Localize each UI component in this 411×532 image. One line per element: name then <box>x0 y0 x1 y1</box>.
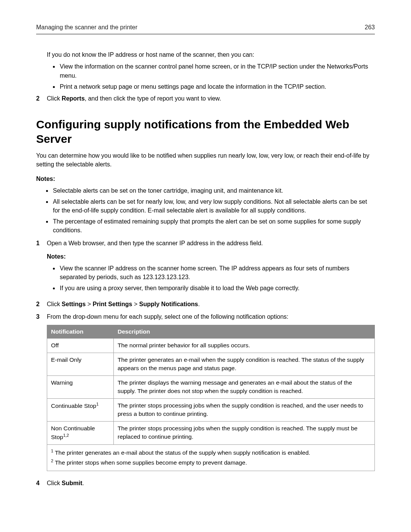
list-item: View the scanner IP address on the scann… <box>59 264 375 281</box>
page-header: Managing the scanner and the printer 263 <box>36 23 375 34</box>
top-intro: If you do not know the IP address or hos… <box>47 50 375 59</box>
step-text: Open a Web browser, and then type the sc… <box>47 240 263 246</box>
notification-table: Notification Description Off The normal … <box>47 325 375 471</box>
sub-notes-label: Notes: <box>47 252 375 261</box>
list-item: All selectable alerts can be set for nea… <box>52 197 375 215</box>
step-body: Open a Web browser, and then type the sc… <box>47 239 375 296</box>
step-body: From the drop‑down menu for each supply,… <box>47 312 375 475</box>
step-number: 2 <box>36 94 47 103</box>
col-description: Description <box>114 325 375 338</box>
section-heading: Configuring supply notifications from th… <box>36 117 375 146</box>
notes-label: Notes: <box>36 174 375 183</box>
step-number: 2 <box>36 300 47 308</box>
list-item: If you are using a proxy server, then te… <box>59 284 375 292</box>
step-4: 4 Click Submit. <box>36 479 375 487</box>
sub-notes-list: View the scanner IP address on the scann… <box>59 264 375 293</box>
notes-list: Selectable alerts can be set on the tone… <box>52 186 375 235</box>
table-footnotes: 1 The printer generates an e‑mail about … <box>47 444 375 471</box>
top-block: If you do not know the IP address or hos… <box>36 50 375 103</box>
step-number: 1 <box>36 239 47 296</box>
step-text: Click Settings > Print Settings > Supply… <box>47 300 375 308</box>
list-item: The percentage of estimated remaining su… <box>52 217 375 235</box>
header-page-number: 263 <box>365 23 375 32</box>
step-number: 3 <box>36 312 47 475</box>
step-2: 2 Click Settings > Print Settings > Supp… <box>36 300 375 308</box>
col-notification: Notification <box>47 325 114 338</box>
step-text: Click Submit. <box>47 479 375 487</box>
list-item: Selectable alerts can be set on the tone… <box>52 186 375 195</box>
step-text: Click Reports, and then click the type o… <box>47 94 375 103</box>
step-text: From the drop‑down menu for each supply,… <box>47 313 288 320</box>
step-1: 1 Open a Web browser, and then type the … <box>36 239 375 296</box>
step-number: 4 <box>36 479 47 487</box>
table-row: E‑mail Only The printer generates an e‑m… <box>47 353 375 375</box>
section-intro: You can determine how you would like to … <box>36 151 375 169</box>
list-item: View the information on the scanner cont… <box>59 62 375 80</box>
table-row: Warning The printer displays the warning… <box>47 375 375 398</box>
table-row: Continuable Stop1 The printer stops proc… <box>47 398 375 421</box>
step-2-top: 2 Click Reports, and then click the type… <box>36 94 375 103</box>
table-row: Non Continuable Stop1,2 The printer stop… <box>47 421 375 444</box>
step-3: 3 From the drop‑down menu for each suppl… <box>36 312 375 475</box>
header-title: Managing the scanner and the printer <box>36 23 137 32</box>
table-row: Off The normal printer behavior for all … <box>47 339 375 353</box>
list-item: Print a network setup page or menu setti… <box>59 82 375 91</box>
top-bullets: View the information on the scanner cont… <box>59 62 375 91</box>
